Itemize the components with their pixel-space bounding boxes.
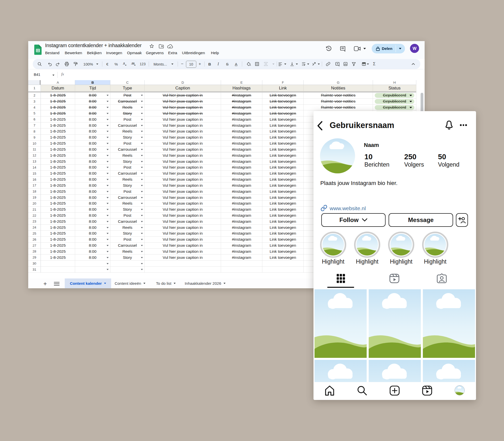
svg-text:.0: .0	[123, 62, 125, 65]
svg-text:.00: .00	[131, 62, 135, 65]
